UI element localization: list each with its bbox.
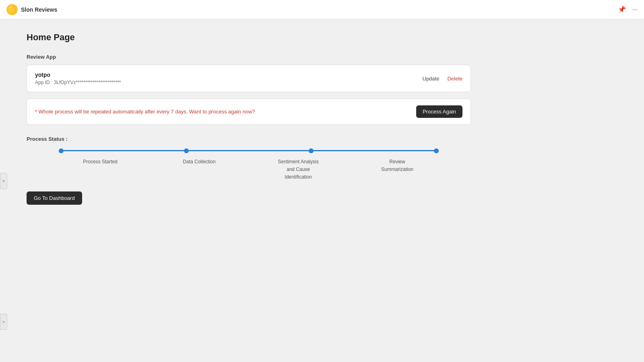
step-item-1: Process Started [51, 158, 150, 165]
step-dot-4 [434, 148, 439, 153]
notice-card: * Whole process will be repeated automat… [27, 99, 471, 125]
topbar: 🟡 Slon Reviews 📌 ··· [0, 0, 644, 19]
app-card-actions: Update Delete [423, 76, 463, 82]
pin-icon[interactable]: 📌 [618, 6, 626, 13]
topbar-right: 📌 ··· [618, 6, 638, 13]
dots-overlay [59, 148, 439, 153]
step-label-3: Sentiment Analysisand CauseIdentificatio… [278, 159, 318, 180]
process-again-button[interactable]: Process Again [416, 105, 462, 118]
app-logo: 🟡 [6, 4, 18, 15]
review-app-label: Review App [27, 54, 471, 60]
update-button[interactable]: Update [423, 76, 440, 82]
step-label-4: ReviewSummarization [381, 159, 413, 172]
more-icon[interactable]: ··· [632, 6, 638, 13]
go-to-dashboard-button[interactable]: Go To Dashboard [27, 191, 82, 205]
step-item-2: Data Collection [150, 158, 249, 165]
step-dot-2 [184, 148, 189, 153]
app-name-label: Slon Reviews [21, 6, 57, 13]
step-label-1: Process Started [83, 159, 117, 165]
step-dot-1 [59, 148, 64, 153]
delete-button[interactable]: Delete [447, 76, 462, 82]
steps-row: Process Started Data Collection Sentimen… [51, 158, 447, 180]
process-status-section: Process Status : Process Started Data Co… [27, 136, 471, 180]
app-id: App ID : 3LfOpYVz***********************… [35, 80, 121, 85]
sidebar-toggle-top[interactable]: > [0, 173, 7, 189]
app-card-info: yotpo App ID : 3LfOpYVz*****************… [35, 72, 121, 85]
topbar-left: 🟡 Slon Reviews [6, 4, 57, 15]
sidebar-toggle-bottom[interactable]: > [0, 314, 7, 330]
step-item-3: Sentiment Analysisand CauseIdentificatio… [249, 158, 348, 180]
app-name: yotpo [35, 72, 121, 78]
notice-text: * Whole process will be repeated automat… [35, 109, 255, 115]
app-card: yotpo App ID : 3LfOpYVz*****************… [27, 65, 471, 92]
page-title: Home Page [27, 32, 471, 43]
step-item-4: ReviewSummarization [348, 158, 447, 173]
progress-bar-wrapper [59, 150, 439, 151]
step-label-2: Data Collection [183, 159, 215, 165]
process-status-label: Process Status : [27, 136, 471, 142]
main-content: Home Page Review App yotpo App ID : 3LfO… [7, 19, 490, 218]
step-dot-3 [309, 148, 314, 153]
